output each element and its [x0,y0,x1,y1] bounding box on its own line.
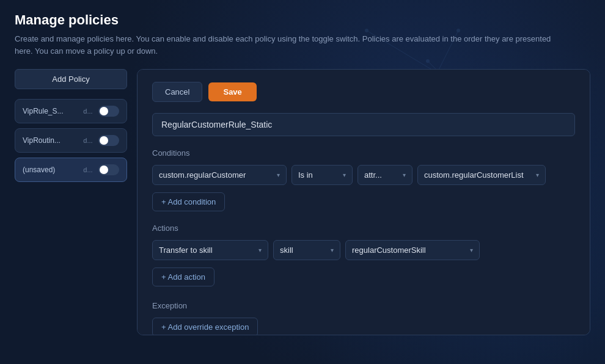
add-exception-button[interactable]: + Add override exception [152,318,258,335]
policy-item-vip-rule[interactable]: VipRule_S... d... [15,99,127,123]
condition-operator-dropdown[interactable]: Is in ▾ [292,165,353,185]
condition-value-dropdown[interactable]: custom.regularCustomerList ▾ [417,165,546,185]
add-policy-button[interactable]: Add Policy [15,69,127,89]
rule-name-input[interactable] [152,113,575,136]
exception-section: Exception + Add override exception [152,301,575,335]
policy-toggle-2[interactable] [98,164,119,175]
policy-name: VipRoutin... [23,136,78,145]
policy-toggle-1[interactable] [98,135,119,146]
action-type-dropdown[interactable]: Transfer to skill ▾ [152,240,268,260]
page-title: Manage policies [15,12,590,28]
policy-toggle-0[interactable] [98,106,119,117]
policy-status: d... [83,166,92,173]
chevron-down-icon: ▾ [343,172,346,178]
policy-status: d... [83,107,92,115]
chevron-down-icon: ▾ [331,247,334,253]
save-button[interactable]: Save [208,82,256,101]
policy-name: VipRule_S... [23,107,78,115]
policy-name: (unsaved) [23,166,78,174]
condition-attr-value: attr... [364,170,382,180]
sidebar: Add Policy VipRule_S... d... VipRoutin..… [15,69,137,335]
cancel-button[interactable]: Cancel [152,82,202,102]
chevron-down-icon: ▾ [403,172,406,178]
policy-item-vip-routing[interactable]: VipRoutin... d... [15,128,127,153]
chevron-down-icon: ▾ [258,247,262,253]
chevron-down-icon: ▾ [536,172,539,178]
add-action-button[interactable]: + Add action [152,268,215,286]
policy-status: d... [83,137,92,144]
action-type-value: Transfer to skill [159,246,213,255]
chevron-down-icon: ▾ [277,172,280,178]
add-condition-button[interactable]: + Add condition [152,192,225,211]
condition-field-dropdown[interactable]: custom.regularCustomer ▾ [152,165,287,185]
actions-row: Transfer to skill ▾ skill ▾ regularCusto… [152,240,575,260]
action-value-text: regularCustomerSkill [352,246,426,255]
conditions-row: custom.regularCustomer ▾ Is in ▾ attr...… [152,165,575,185]
chevron-down-icon: ▾ [470,247,473,253]
action-attr-dropdown[interactable]: skill ▾ [273,240,340,260]
condition-field-value: custom.regularCustomer [159,170,246,180]
header-actions: Cancel Save [152,82,575,102]
exception-label: Exception [152,301,575,310]
action-attr-value: skill [280,246,293,255]
conditions-label: Conditions [152,148,575,158]
actions-label: Actions [152,224,575,233]
condition-value-text: custom.regularCustomerList [424,170,524,180]
page-subtitle: Create and manage policies here. You can… [15,33,565,57]
rule-editor-panel: Cancel Save Conditions custom.regularCus… [137,69,590,335]
action-value-dropdown[interactable]: regularCustomerSkill ▾ [345,240,480,260]
policy-item-unsaved[interactable]: (unsaved) d... [15,158,127,182]
condition-attr-dropdown[interactable]: attr... ▾ [358,165,413,185]
condition-operator-value: Is in [298,170,313,180]
